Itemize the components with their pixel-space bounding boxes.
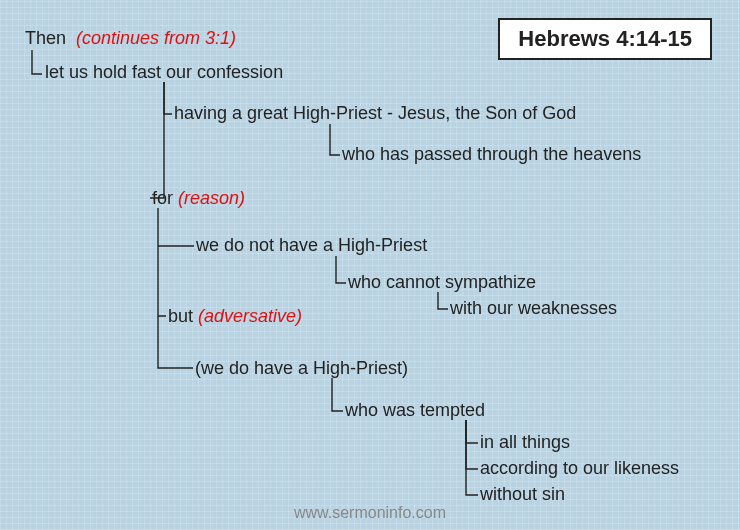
do-have-text: (we do have a High-Priest) <box>195 358 408 378</box>
node-tempted: who was tempted <box>345 400 485 421</box>
hold-text: let us hold fast our confession <box>45 62 283 82</box>
then-annotation: (continues from 3:1) <box>76 28 236 48</box>
node-sin: without sin <box>480 484 565 505</box>
node-all: in all things <box>480 432 570 453</box>
tempted-text: who was tempted <box>345 400 485 420</box>
for-text: for <box>152 188 173 208</box>
weak-text: with our weaknesses <box>450 298 617 318</box>
footer-text: www.sermoninfo.com <box>294 504 446 521</box>
node-not-have: we do not have a High-Priest <box>196 235 427 256</box>
title-box: Hebrews 4:14-15 <box>498 18 712 60</box>
cannot-text: who cannot sympathize <box>348 272 536 292</box>
node-weak: with our weaknesses <box>450 298 617 319</box>
title-text: Hebrews 4:14-15 <box>518 26 692 51</box>
footer-link: www.sermoninfo.com <box>294 504 446 522</box>
node-for: for (reason) <box>152 188 245 209</box>
all-text: in all things <box>480 432 570 452</box>
node-passed: who has passed through the heavens <box>342 144 641 165</box>
for-annotation: (reason) <box>178 188 245 208</box>
node-but: but (adversative) <box>168 306 302 327</box>
node-having: having a great High-Priest - Jesus, the … <box>174 103 576 124</box>
node-cannot: who cannot sympathize <box>348 272 536 293</box>
passed-text: who has passed through the heavens <box>342 144 641 164</box>
node-hold: let us hold fast our confession <box>45 62 283 83</box>
but-text: but <box>168 306 193 326</box>
node-then: Then (continues from 3:1) <box>25 28 236 49</box>
not-have-text: we do not have a High-Priest <box>196 235 427 255</box>
likeness-text: according to our likeness <box>480 458 679 478</box>
node-do-have: (we do have a High-Priest) <box>195 358 408 379</box>
having-text: having a great High-Priest - Jesus, the … <box>174 103 576 123</box>
then-text: Then <box>25 28 66 48</box>
but-annotation: (adversative) <box>198 306 302 326</box>
node-likeness: according to our likeness <box>480 458 679 479</box>
sin-text: without sin <box>480 484 565 504</box>
